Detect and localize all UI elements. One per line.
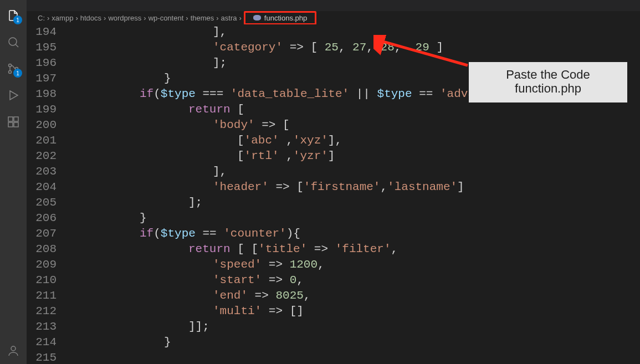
breadcrumb-item[interactable]: C: [38,14,45,22]
code-line[interactable]: 'header' => ['firstname','lastname'] [66,180,640,195]
svg-line-1 [16,44,18,47]
explorer-icon[interactable]: 1 [0,2,27,29]
breadcrumb-item[interactable]: wordpress [108,14,141,22]
line-number: 207 [27,226,57,242]
line-number: 201 [27,133,57,148]
svg-point-0 [9,38,17,45]
breadcrumb[interactable]: C:›xampp›htdocs›wordpress›wp-content›the… [27,11,640,24]
code-line[interactable]: 'category' => [ 25, 27, 28, 29 ] [66,40,640,55]
breadcrumb-current-label: functions.php [264,14,307,22]
line-number: 199 [27,102,57,117]
code-line[interactable]: 'start' => 0, [66,273,640,288]
code-line[interactable]: if($type == 'counter'){ [66,226,640,242]
line-number: 209 [27,257,57,273]
chevron-right-icon: › [104,14,106,22]
chevron-right-icon: › [47,14,49,22]
code-line[interactable]: } [66,335,640,350]
line-number: 211 [27,288,57,304]
code-line[interactable]: 'body' => [ [66,117,640,133]
line-number: 196 [27,55,57,71]
chevron-right-icon: › [239,14,242,22]
line-number: 210 [27,273,57,288]
line-number: 202 [27,148,57,164]
code-line[interactable]: 'end' => 8025, [66,288,640,304]
line-number: 197 [27,71,57,86]
svg-marker-5 [10,91,18,100]
breadcrumb-item[interactable]: themes [191,14,214,22]
svg-rect-9 [14,122,18,127]
explorer-badge: 1 [13,16,22,24]
line-number: 204 [27,180,57,195]
editor-main: C:›xampp›htdocs›wordpress›wp-content›the… [27,0,640,364]
chevron-right-icon: › [144,14,146,22]
account-icon[interactable] [0,337,27,364]
annotation-line2: function.php [471,81,625,95]
search-icon[interactable] [0,29,27,55]
breadcrumb-current-file[interactable]: functions.php [244,11,316,24]
annotation-line1: Paste the Code [471,68,625,81]
source-control-icon[interactable]: 1 [0,55,27,82]
line-number: 214 [27,335,57,350]
svg-point-10 [11,346,16,351]
line-number: 212 [27,304,57,319]
breadcrumb-item[interactable]: htdocs [80,14,101,22]
line-number: 215 [27,350,57,364]
code-line[interactable]: return [ [66,102,640,117]
breadcrumb-item[interactable]: xampp [52,14,73,22]
svg-rect-6 [8,117,13,121]
svg-point-3 [9,71,12,74]
line-number-gutter: 1941951961971981992002012022032042052062… [27,24,66,364]
breadcrumb-item[interactable]: wp-content [149,14,184,22]
svg-point-2 [9,64,12,67]
annotation-callout: Paste the Code function.php [469,62,627,102]
svg-rect-8 [8,122,13,127]
line-number: 206 [27,211,57,226]
line-number: 208 [27,242,57,257]
breadcrumb-item[interactable]: astra [221,14,237,22]
chevron-right-icon: › [75,14,78,22]
code-line[interactable]: ['rtl' ,'yzr'] [66,148,640,164]
run-debug-icon[interactable] [0,82,27,109]
php-file-icon [253,15,261,20]
code-line[interactable]: 'speed' => 1200, [66,257,640,273]
line-number: 205 [27,195,57,211]
chevron-right-icon: › [216,14,218,22]
code-line[interactable]: 'multi' => [] [66,304,640,319]
code-line[interactable]: } [66,211,640,226]
code-line[interactable]: ]; [66,195,640,211]
code-line[interactable]: ]]; [66,319,640,335]
code-line[interactable]: return [ ['title' => 'filter', [66,242,640,257]
chevron-right-icon: › [186,14,188,22]
code-line[interactable]: ['abc' ,'xyz'], [66,133,640,148]
scm-badge: 1 [13,69,22,78]
tab-bar[interactable] [27,0,640,11]
line-number: 203 [27,164,57,180]
line-number: 195 [27,40,57,55]
code-line[interactable]: ], [66,164,640,180]
extensions-icon[interactable] [0,109,27,135]
line-number: 213 [27,319,57,335]
code-line[interactable] [66,350,640,364]
line-number: 198 [27,86,57,102]
svg-rect-7 [14,117,18,121]
line-number: 194 [27,24,57,40]
activity-bar: 1 1 [0,0,27,364]
line-number: 200 [27,117,57,133]
code-editor[interactable]: 1941951961971981992002012022032042052062… [27,24,640,364]
code-line[interactable]: ], [66,24,640,40]
